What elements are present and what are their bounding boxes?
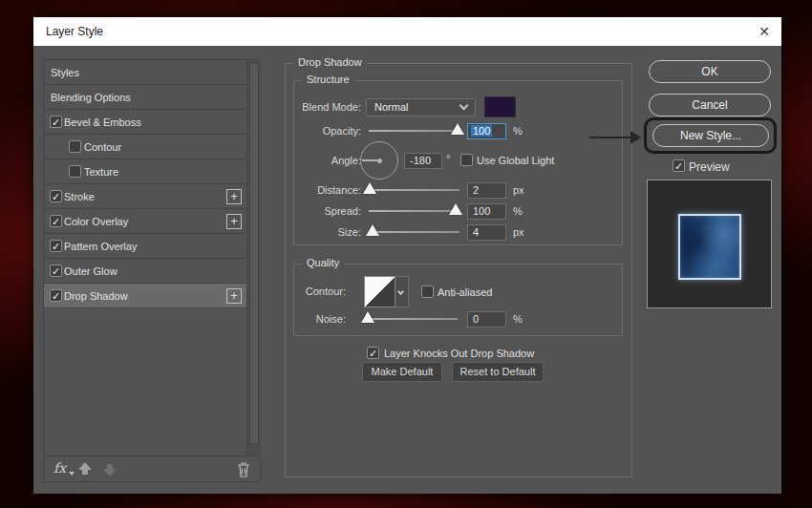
checkbox[interactable]: ✓ xyxy=(50,240,62,252)
checkbox[interactable]: ✓ xyxy=(69,140,81,153)
distance-slider-thumb[interactable] xyxy=(363,182,376,194)
annotation-arrow-head-icon xyxy=(630,131,641,144)
sidebar-item-texture[interactable]: ✓ Texture xyxy=(44,159,246,184)
checkbox[interactable]: ✓ xyxy=(50,116,62,128)
close-icon[interactable]: ✕ xyxy=(753,21,776,42)
sidebar-footer: fx xyxy=(44,455,260,481)
checkbox[interactable]: ✓ xyxy=(50,190,62,202)
sidebar-item-label: Texture xyxy=(84,166,118,178)
opacity-slider-thumb[interactable] xyxy=(451,123,464,135)
scrollbar-thumb[interactable] xyxy=(249,62,259,444)
new-style-button[interactable]: New Style... xyxy=(652,124,769,147)
distance-input[interactable]: 2 xyxy=(467,182,506,199)
angle-input[interactable]: -180 xyxy=(404,153,442,169)
sidebar-item-outer-glow[interactable]: ✓ Outer Glow xyxy=(44,259,246,284)
use-global-light-checkbox[interactable]: ✓ xyxy=(460,154,473,166)
sidebar-item-bevel-emboss[interactable]: ✓ Bevel & Emboss xyxy=(44,110,246,135)
size-slider-track[interactable] xyxy=(369,231,459,233)
sidebar-item-styles[interactable]: Styles xyxy=(44,60,246,85)
panel-title: Drop Shadow xyxy=(293,56,367,68)
move-effect-down-icon[interactable] xyxy=(103,462,117,476)
title-bar: Layer Style ✕ xyxy=(33,17,781,46)
add-instance-icon[interactable]: + xyxy=(226,189,242,204)
checkbox[interactable]: ✓ xyxy=(50,289,62,302)
noise-unit: % xyxy=(513,313,523,325)
opacity-label: Opacity: xyxy=(275,125,361,137)
sidebar-item-label: Color Overlay xyxy=(64,216,128,227)
sidebar-item-label: Styles xyxy=(51,67,79,78)
cancel-button[interactable]: Cancel xyxy=(649,94,771,116)
sidebar-item-pattern-overlay[interactable]: ✓ Pattern Overlay xyxy=(44,234,246,259)
layer-style-dialog: Layer Style ✕ Styles Blending Options ✓ … xyxy=(33,17,781,494)
annotation-arrow-line xyxy=(589,137,632,138)
quality-groupbox xyxy=(293,264,623,336)
noise-label: Noise: xyxy=(260,313,346,325)
angle-unit: ° xyxy=(446,153,450,164)
anti-aliased-label: Anti-aliased xyxy=(438,286,492,298)
sidebar-item-blending-options[interactable]: Blending Options xyxy=(44,85,246,110)
add-instance-icon[interactable]: + xyxy=(226,288,242,304)
fx-menu-button[interactable]: fx xyxy=(53,460,66,476)
sidebar-item-drop-shadow[interactable]: ✓ Drop Shadow + xyxy=(44,284,246,308)
sidebar-item-stroke[interactable]: ✓ Stroke + xyxy=(44,184,246,209)
add-instance-icon[interactable]: + xyxy=(226,214,242,229)
size-unit: px xyxy=(513,226,524,238)
preview-label: Preview xyxy=(689,160,730,174)
distance-slider-track[interactable] xyxy=(369,189,459,191)
style-preview-thumbnail xyxy=(647,180,772,308)
make-default-button[interactable]: Make Default xyxy=(362,362,442,382)
sidebar-item-contour[interactable]: ✓ Contour xyxy=(44,135,246,159)
sidebar-item-label: Drop Shadow xyxy=(64,290,128,302)
opacity-unit: % xyxy=(513,125,523,137)
noise-slider-thumb[interactable] xyxy=(361,311,374,323)
chevron-down-icon xyxy=(397,288,404,295)
move-effect-up-icon[interactable] xyxy=(78,462,92,476)
size-input[interactable]: 4 xyxy=(467,224,506,241)
spread-label: Spread: xyxy=(275,205,361,217)
sidebar-item-label: Outer Glow xyxy=(64,265,118,277)
distance-label: Distance: xyxy=(275,184,361,196)
contour-label: Contour: xyxy=(260,286,346,297)
reset-to-default-button[interactable]: Reset to Default xyxy=(452,362,544,382)
ok-button[interactable]: OK xyxy=(649,60,771,83)
noise-slider-track[interactable] xyxy=(367,318,458,320)
angle-dial[interactable] xyxy=(360,141,398,180)
angle-center-dot xyxy=(377,159,382,163)
structure-title: Structure xyxy=(302,74,354,85)
sidebar-item-label: Bevel & Emboss xyxy=(64,116,141,128)
quality-title: Quality xyxy=(302,257,344,268)
anti-aliased-checkbox[interactable]: ✓ xyxy=(421,286,434,298)
contour-thumbnail[interactable] xyxy=(364,276,395,307)
shadow-color-swatch[interactable] xyxy=(484,96,516,117)
checkbox[interactable]: ✓ xyxy=(50,215,62,227)
delete-effect-icon[interactable] xyxy=(237,461,250,481)
blend-mode-select[interactable]: Normal xyxy=(366,98,476,116)
use-global-light-label: Use Global Light xyxy=(477,155,554,166)
sidebar-item-label: Blending Options xyxy=(51,92,131,103)
spread-input[interactable]: 100 xyxy=(467,203,506,220)
styles-list: Styles Blending Options ✓ Bevel & Emboss… xyxy=(43,59,261,482)
spread-unit: % xyxy=(513,205,523,217)
checkbox[interactable]: ✓ xyxy=(50,265,62,277)
spread-slider-thumb[interactable] xyxy=(449,203,462,215)
opacity-slider-track[interactable] xyxy=(369,130,459,132)
contour-dropdown-button[interactable] xyxy=(395,276,409,307)
noise-input[interactable]: 0 xyxy=(467,311,506,328)
layer-knockout-label: Layer Knocks Out Drop Shadow xyxy=(384,348,534,359)
sidebar-item-label: Contour xyxy=(84,141,121,153)
fx-caret-icon xyxy=(69,472,75,476)
size-label: Size: xyxy=(275,226,361,238)
preview-checkbox[interactable]: ✓ xyxy=(673,159,685,172)
spread-slider-track[interactable] xyxy=(369,210,459,212)
sidebar-scrollbar[interactable] xyxy=(246,60,261,456)
chevron-down-icon xyxy=(459,101,469,111)
preview-layer-square xyxy=(678,214,741,280)
opacity-input[interactable]: 100 xyxy=(467,123,506,139)
checkbox[interactable]: ✓ xyxy=(69,165,81,178)
layer-knockout-checkbox[interactable]: ✓ xyxy=(367,347,379,359)
sidebar-item-color-overlay[interactable]: ✓ Color Overlay + xyxy=(44,209,246,234)
sidebar-item-label: Stroke xyxy=(64,191,95,202)
blend-mode-label: Blend Mode: xyxy=(275,101,361,113)
sidebar-item-label: Pattern Overlay xyxy=(64,241,137,252)
size-slider-thumb[interactable] xyxy=(366,224,379,236)
